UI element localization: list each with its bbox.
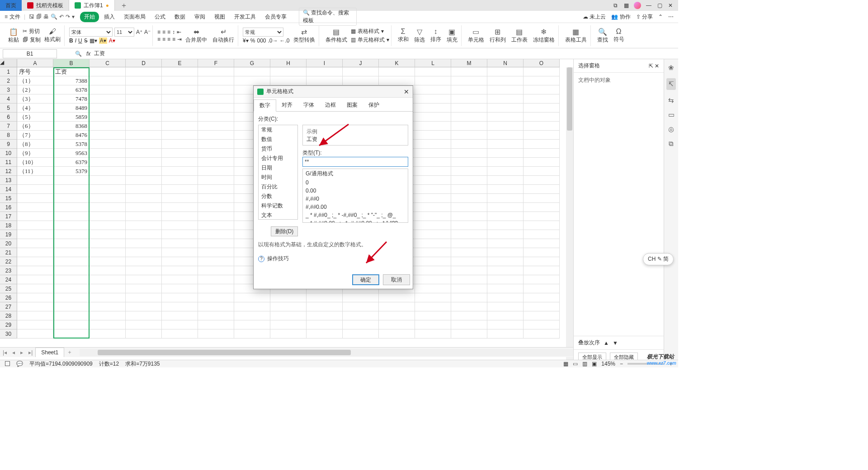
view-normal-icon[interactable]: ▦ [563, 361, 568, 367]
cell[interactable] [524, 76, 560, 85]
cell[interactable] [379, 311, 415, 320]
save-as-icon[interactable]: 🗐 [36, 14, 42, 20]
cancel-button[interactable]: 取消 [383, 274, 410, 285]
cell[interactable] [524, 257, 560, 266]
cell[interactable] [487, 284, 524, 293]
cell[interactable] [17, 176, 53, 185]
ime-indicator[interactable]: CH ✎ 简 [643, 253, 674, 265]
cell[interactable] [307, 67, 343, 76]
cell[interactable] [90, 320, 126, 329]
tab-home[interactable]: 首页 [0, 0, 22, 11]
cell[interactable] [53, 266, 90, 275]
cell[interactable] [162, 158, 198, 167]
cell[interactable]: 工资 [53, 67, 90, 76]
cell[interactable] [90, 275, 126, 284]
cell[interactable] [198, 230, 234, 239]
cell[interactable] [451, 275, 487, 284]
type-item[interactable]: _ * #,##0_ ;_ * -#,##0_ ;_ * "-"_ ;_ @_ [303, 211, 408, 219]
cell[interactable] [53, 329, 90, 338]
name-box[interactable] [3, 49, 57, 58]
row-header[interactable]: 8 [0, 131, 17, 140]
cell[interactable] [524, 149, 560, 158]
cell[interactable]: （11） [17, 167, 53, 176]
cell[interactable] [415, 176, 451, 185]
cell[interactable] [451, 293, 487, 302]
row-header[interactable]: 18 [0, 221, 17, 230]
cell[interactable] [198, 275, 234, 284]
cell[interactable] [90, 158, 126, 167]
cell[interactable] [53, 221, 90, 230]
cell[interactable] [524, 320, 560, 329]
avatar[interactable] [634, 2, 641, 9]
cell[interactable] [487, 158, 524, 167]
row-header[interactable]: 1 [0, 67, 17, 76]
collapse-ribbon-icon[interactable]: ⌃ [658, 14, 663, 20]
cell[interactable] [487, 113, 524, 122]
ok-button[interactable]: 确定 [352, 274, 379, 285]
col-header[interactable]: G [234, 59, 270, 67]
inc-font-icon[interactable]: A⁺ [136, 29, 142, 35]
col-header[interactable]: D [126, 59, 162, 67]
cell[interactable] [17, 257, 53, 266]
type-item[interactable]: #,##0.00 [303, 203, 408, 211]
indent-dec-icon[interactable]: ⇤ [177, 29, 181, 35]
share-button[interactable]: ⇪ 分享 [636, 13, 653, 21]
cell[interactable] [451, 131, 487, 140]
cell[interactable] [90, 176, 126, 185]
cell[interactable] [126, 194, 162, 203]
cell[interactable] [126, 284, 162, 293]
cell[interactable] [17, 212, 53, 221]
cell[interactable] [524, 239, 560, 248]
cell[interactable] [162, 221, 198, 230]
cell[interactable] [487, 185, 524, 194]
cell[interactable] [198, 329, 234, 338]
cell[interactable] [90, 67, 126, 76]
cell[interactable] [198, 311, 234, 320]
cell[interactable] [198, 239, 234, 248]
cell[interactable] [343, 302, 379, 311]
close-button[interactable]: ✕ [667, 2, 674, 9]
symbol-button[interactable]: Ω符号 [612, 25, 626, 46]
rail-protect-icon[interactable]: ◎ [668, 125, 674, 133]
number-format-select[interactable]: 常规 [243, 28, 283, 37]
cell[interactable] [53, 212, 90, 221]
col-header[interactable]: J [343, 59, 379, 67]
print-icon[interactable]: 🖶 [43, 14, 49, 20]
cell[interactable] [524, 329, 560, 338]
cell[interactable]: （8） [17, 140, 53, 149]
cell[interactable] [451, 320, 487, 329]
view-page-icon[interactable]: ▭ [573, 361, 578, 367]
cell[interactable] [415, 94, 451, 103]
view-read-icon[interactable]: ▣ [592, 361, 597, 367]
strike-icon[interactable]: S̶ [84, 38, 88, 44]
cell[interactable] [487, 76, 524, 85]
row-header[interactable]: 6 [0, 113, 17, 122]
cell[interactable] [198, 67, 234, 76]
cell[interactable] [126, 266, 162, 275]
cell[interactable] [90, 266, 126, 275]
tips-link[interactable]: 操作技巧 [267, 255, 289, 263]
cell[interactable] [53, 194, 90, 203]
row-header[interactable]: 15 [0, 194, 17, 203]
horizontal-scrollbar[interactable] [80, 349, 573, 356]
cell[interactable] [53, 293, 90, 302]
paste-button[interactable]: 📋粘贴 [6, 25, 21, 46]
cell[interactable] [198, 94, 234, 103]
cell[interactable] [524, 122, 560, 131]
category-item[interactable]: 科学记数 [259, 201, 297, 211]
cell[interactable] [524, 85, 560, 94]
align-mid-icon[interactable]: ≡ [162, 29, 165, 35]
category-item[interactable]: 数值 [259, 135, 297, 144]
cell[interactable] [379, 67, 415, 76]
cell[interactable] [90, 239, 126, 248]
cell[interactable]: （7） [17, 131, 53, 140]
sheet-nav-next[interactable]: ▸ [18, 349, 26, 356]
cell[interactable]: 6378 [53, 85, 90, 94]
col-header[interactable]: I [307, 59, 343, 67]
cell[interactable] [379, 302, 415, 311]
cell[interactable] [307, 76, 343, 85]
cell[interactable] [487, 257, 524, 266]
cell[interactable] [343, 311, 379, 320]
cell[interactable] [415, 293, 451, 302]
cell[interactable]: （1） [17, 76, 53, 85]
